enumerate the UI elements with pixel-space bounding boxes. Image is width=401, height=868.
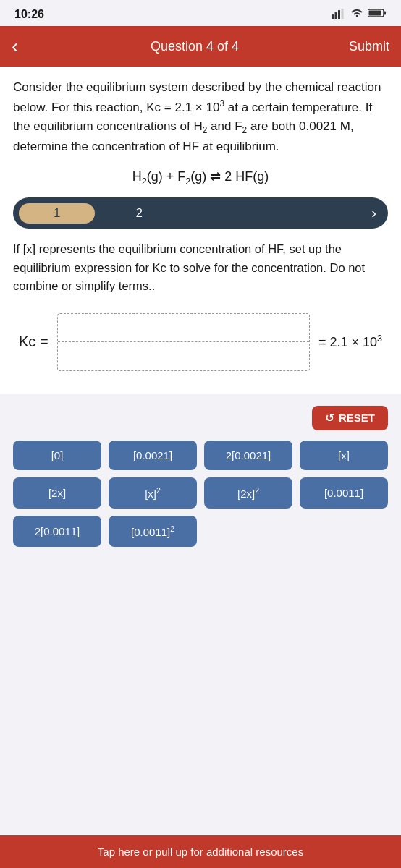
content-area: Consider the equilibrium system describe… [0,67,401,394]
token-2-0.0021[interactable]: 2[0.0021] [204,441,292,470]
status-bar: 10:26 [0,0,401,26]
kc-label: Kc = [19,333,48,350]
instruction-text: If [x] represents the equilibrium concen… [13,240,388,296]
battery-icon [368,8,387,21]
reset-button[interactable]: ↺ RESET [312,406,388,430]
chemical-equation: H2(g) + F2(g) ⇌ 2 HF(g) [13,169,388,187]
header: ‹ Question 4 of 4 Submit [0,26,401,67]
status-time: 10:26 [14,8,44,21]
svg-rect-6 [369,11,381,16]
problem-text: Consider the equilibrium system describe… [13,78,388,157]
svg-rect-5 [384,12,387,15]
reset-icon: ↺ [325,412,334,425]
token-2x-sq[interactable]: [2x]2 [204,477,292,509]
resource-bar[interactable]: Tap here or pull up for additional resou… [0,835,401,868]
token-0.0011-sq[interactable]: [0.0011]2 [109,516,197,547]
kc-value: = 2.1 × 103 [318,333,382,350]
svg-rect-3 [342,9,344,19]
svg-rect-0 [332,14,334,19]
step-2[interactable]: 2 [101,203,177,224]
steps-bar: 1 2 › [13,197,388,229]
token-0.0011[interactable]: [0.0011] [300,477,388,509]
workspace: ↺ RESET [0] [0.0021] 2[0.0021] [x] [2x] … [0,394,401,611]
token-x-sq[interactable]: [x]2 [109,477,197,509]
reset-label: RESET [339,412,375,424]
tokens-grid: [0] [0.0021] 2[0.0021] [x] [2x] [x]2 [2x… [13,441,388,547]
step-1[interactable]: 1 [19,203,95,224]
reset-row: ↺ RESET [13,406,388,430]
token-2x[interactable]: [2x] [13,477,101,509]
svg-rect-2 [338,10,340,19]
token-0[interactable]: [0] [13,441,101,470]
signal-icon [332,9,346,21]
header-title: Question 4 of 4 [151,39,239,54]
fraction-area: Kc = = 2.1 × 103 [13,313,388,371]
token-2-0.0011[interactable]: 2[0.0011] [13,516,101,547]
token-0.0021[interactable]: [0.0021] [109,441,197,470]
svg-rect-1 [335,12,337,19]
status-icons [332,8,387,21]
wifi-icon [350,8,363,21]
back-button[interactable]: ‹ [12,35,41,58]
submit-button[interactable]: Submit [349,39,389,54]
next-step-arrow[interactable]: › [366,202,382,224]
token-x[interactable]: [x] [300,441,388,470]
fraction-input-box[interactable] [57,313,310,371]
